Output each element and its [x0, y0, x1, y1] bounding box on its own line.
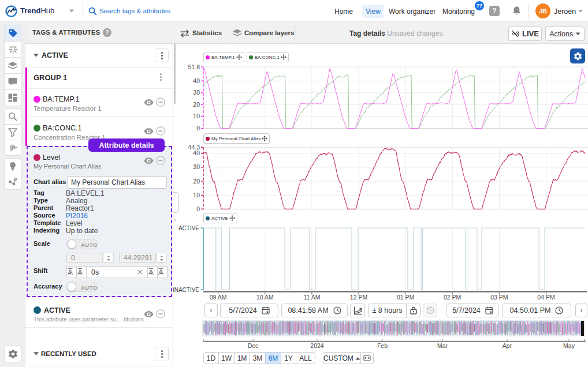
svg-text:Mar: Mar — [437, 342, 448, 349]
svg-text:0: 0 — [196, 125, 200, 132]
svg-text:10: 10 — [193, 192, 200, 199]
svg-text:30: 30 — [193, 89, 200, 96]
svg-text:09 AM: 09 AM — [210, 294, 227, 301]
svg-text:40: 40 — [193, 77, 200, 84]
svg-text:20: 20 — [193, 101, 200, 108]
svg-text:May: May — [563, 342, 575, 349]
svg-text:11 AM: 11 AM — [303, 294, 320, 301]
svg-text:02 PM: 02 PM — [444, 294, 461, 301]
svg-text:04 PM: 04 PM — [537, 294, 554, 301]
svg-text:2024: 2024 — [310, 342, 324, 349]
svg-text:51.8: 51.8 — [188, 63, 200, 70]
svg-text:ACTIVE: ACTIVE — [178, 225, 199, 231]
svg-text:Apr: Apr — [503, 342, 512, 349]
svg-text:03 PM: 03 PM — [490, 294, 508, 301]
svg-text:10: 10 — [193, 113, 200, 119]
svg-text:INACTIVE: INACTIVE — [173, 287, 199, 293]
svg-text:10 AM: 10 AM — [256, 294, 274, 301]
svg-text:20: 20 — [193, 178, 200, 185]
svg-text:30: 30 — [193, 163, 200, 170]
svg-text:0: 0 — [196, 205, 200, 212]
svg-text:40: 40 — [193, 149, 200, 156]
svg-text:Dec: Dec — [248, 342, 259, 349]
svg-text:Feb: Feb — [377, 342, 388, 349]
svg-text:01 PM: 01 PM — [397, 294, 414, 301]
svg-text:12 PM: 12 PM — [350, 294, 367, 301]
